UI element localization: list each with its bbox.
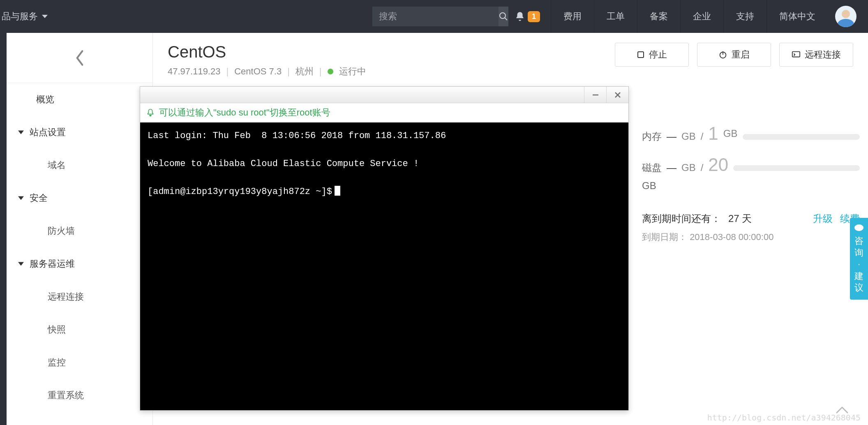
memory-label: 内存 (642, 130, 662, 143)
sidebar: 概览 站点设置 域名 安全 防火墙 服务器运维 远程连接 快照 监控 重置系统 (7, 33, 153, 425)
expire-date-value: 2018-03-08 00:00:00 (690, 232, 773, 242)
svg-rect-2 (638, 52, 644, 58)
feedback-label: 咨询 · 建议 (854, 236, 863, 293)
caret-down-icon (42, 15, 48, 18)
server-status: 运行中 (339, 65, 366, 78)
server-region: 杭州 (295, 65, 314, 78)
server-subtitle: 47.97.119.23 | CentOS 7.3 | 杭州 | 运行中 (168, 65, 366, 78)
feedback-tab[interactable]: 咨询 · 建议 (850, 218, 868, 300)
products-dropdown[interactable]: 品与服务 (0, 0, 56, 33)
watermark: http://blog.csdn.net/a394268045 (707, 413, 861, 423)
sidebar-section-site[interactable]: 站点设置 (7, 116, 152, 149)
nav-enterprise[interactable]: 企业 (680, 0, 723, 33)
chat-icon (854, 224, 864, 233)
nav-language[interactable]: 简体中文 (766, 0, 828, 33)
server-title: CentOS (168, 43, 366, 61)
svg-point-9 (854, 224, 863, 231)
sidebar-item-snapshot[interactable]: 快照 (7, 313, 152, 346)
close-button[interactable] (606, 87, 628, 103)
chevron-left-icon (74, 49, 85, 67)
disk-row: 磁盘 — GB / 20 (642, 155, 860, 175)
server-os: CentOS 7.3 (234, 66, 282, 77)
nav-tickets[interactable]: 工单 (594, 0, 637, 33)
sidebar-item-monitor[interactable]: 监控 (7, 346, 152, 379)
sidebar-item-remote[interactable]: 远程连接 (7, 280, 152, 313)
button-label: 重启 (732, 49, 750, 61)
upgrade-link[interactable]: 升级 (813, 212, 833, 225)
sidebar-item-label: 概览 (36, 93, 54, 106)
stop-button[interactable]: 停止 (615, 43, 689, 67)
terminal-line: Last login: Thu Feb 8 13:06:56 2018 from… (148, 131, 446, 141)
memory-total: 1 (708, 123, 718, 144)
sidebar-item-label: 服务器运维 (30, 258, 75, 270)
memory-used: — (667, 131, 676, 142)
search-input[interactable] (372, 11, 499, 22)
sidebar-item-reset[interactable]: 重置系统 (7, 379, 152, 412)
disk-total: 20 (708, 155, 728, 175)
nav-billing[interactable]: 费用 (551, 0, 594, 33)
terminal-prompt: [admin@izbp13yrqy193y8yajh872z ~]$ (148, 187, 332, 197)
memory-total-unit: GB (723, 128, 738, 139)
server-ip: 47.97.119.23 (168, 66, 220, 77)
expire-date-row: 到期日期： 2018-03-08 00:00:00 (642, 231, 860, 243)
minimize-icon (591, 91, 600, 99)
expire-days: 27 天 (728, 212, 752, 225)
disk-unit: GB (681, 162, 696, 173)
disk-sep: / (701, 162, 704, 173)
minimize-button[interactable] (584, 87, 606, 103)
resource-info: 内存 — GB / 1 GB 磁盘 — GB / 20 GB 离到期时间还有： (642, 123, 860, 243)
button-label: 停止 (649, 49, 667, 61)
left-gutter (0, 33, 7, 425)
bell-icon (515, 11, 525, 22)
restart-button[interactable]: 重启 (697, 43, 771, 67)
disk-total-unit: GB (642, 180, 860, 192)
stop-icon (637, 51, 645, 59)
sidebar-item-label: 监控 (48, 356, 66, 369)
sidebar-item-firewall[interactable]: 防火墙 (7, 215, 152, 247)
terminal-icon (792, 50, 801, 59)
divider: | (287, 66, 290, 77)
sidebar-section-ops[interactable]: 服务器运维 (7, 247, 152, 280)
cursor-icon (335, 186, 340, 196)
disk-label: 磁盘 (642, 161, 662, 174)
disk-used: — (667, 162, 676, 173)
sidebar-section-security[interactable]: 安全 (7, 182, 152, 215)
back-button[interactable] (7, 33, 152, 83)
terminal-hint-text: 可以通过输入"sudo su root"切换至root账号 (159, 106, 330, 119)
expire-row: 离到期时间还有： 27 天 升级 续费 (642, 212, 860, 225)
sidebar-item-label: 远程连接 (48, 291, 84, 303)
status-dot-icon (328, 69, 333, 74)
sidebar-item-label: 重置系统 (48, 389, 84, 402)
nav-support[interactable]: 支持 (723, 0, 766, 33)
power-icon (718, 50, 727, 59)
sidebar-item-label: 域名 (48, 159, 66, 171)
notifications[interactable]: 1 (504, 11, 551, 22)
notification-badge: 1 (528, 11, 540, 22)
sidebar-item-label: 防火墙 (48, 225, 75, 237)
terminal-line: Welcome to Alibaba Cloud Elastic Compute… (148, 159, 419, 169)
remote-button[interactable]: 远程连接 (779, 43, 853, 67)
sidebar-item-domain[interactable]: 域名 (7, 149, 152, 182)
terminal-body[interactable]: Last login: Thu Feb 8 13:06:56 2018 from… (140, 122, 628, 410)
divider: | (319, 66, 322, 77)
sidebar-overview[interactable]: 概览 (7, 83, 152, 116)
memory-sep: / (701, 131, 704, 142)
button-label: 远程连接 (805, 49, 841, 61)
server-header: CentOS 47.97.119.23 | CentOS 7.3 | 杭州 | … (153, 33, 868, 78)
disk-bar (733, 165, 860, 171)
avatar[interactable] (835, 6, 856, 27)
sidebar-item-label: 快照 (48, 323, 66, 336)
divider: | (226, 66, 229, 77)
sidebar-item-label: 站点设置 (30, 126, 66, 139)
terminal-titlebar[interactable] (140, 87, 628, 103)
svg-rect-5 (792, 52, 800, 57)
nav-beian[interactable]: 备案 (637, 0, 680, 33)
memory-unit: GB (681, 131, 696, 142)
top-nav: 品与服务 1 费用 工单 备案 企业 支持 简体中文 (0, 0, 868, 33)
bell-outline-icon (146, 108, 155, 117)
products-label: 品与服务 (2, 10, 38, 23)
memory-row: 内存 — GB / 1 GB (642, 123, 860, 144)
search-box (372, 7, 504, 26)
terminal-hint: 可以通过输入"sudo su root"切换至root账号 (140, 103, 628, 122)
close-icon (614, 91, 622, 99)
